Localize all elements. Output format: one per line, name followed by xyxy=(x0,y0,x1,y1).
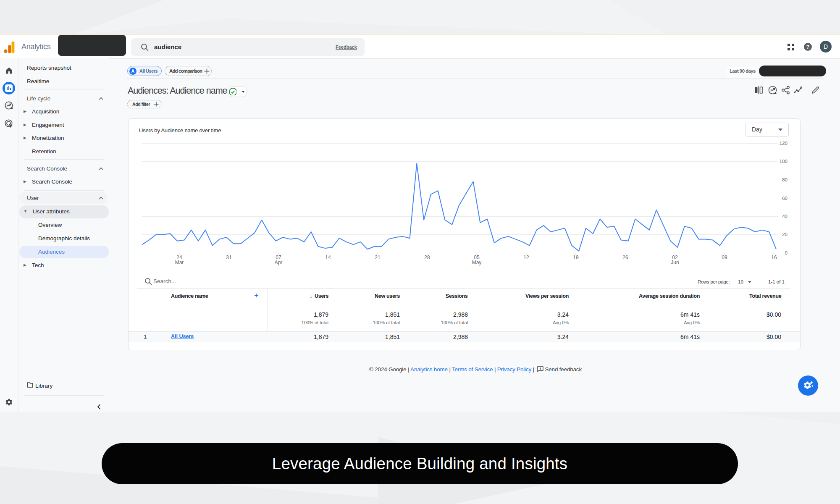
svg-text:80: 80 xyxy=(782,177,788,182)
svg-text:Jun: Jun xyxy=(671,260,679,265)
svg-text:May: May xyxy=(472,260,482,265)
svg-text:31: 31 xyxy=(226,255,232,260)
svg-text:16: 16 xyxy=(771,255,777,260)
svg-text:0: 0 xyxy=(785,250,788,255)
svg-text:100: 100 xyxy=(780,159,788,164)
svg-text:40: 40 xyxy=(782,214,788,219)
svg-text:19: 19 xyxy=(573,255,579,260)
svg-text:Mar: Mar xyxy=(175,260,184,265)
svg-text:Apr: Apr xyxy=(275,260,283,265)
svg-text:12: 12 xyxy=(523,255,529,260)
svg-text:14: 14 xyxy=(325,255,331,260)
svg-text:60: 60 xyxy=(782,196,788,201)
svg-text:09: 09 xyxy=(722,255,727,260)
svg-text:26: 26 xyxy=(622,255,628,260)
svg-text:28: 28 xyxy=(424,255,430,260)
svg-text:20: 20 xyxy=(782,232,788,237)
svg-text:120: 120 xyxy=(780,141,788,146)
svg-text:21: 21 xyxy=(375,255,381,260)
